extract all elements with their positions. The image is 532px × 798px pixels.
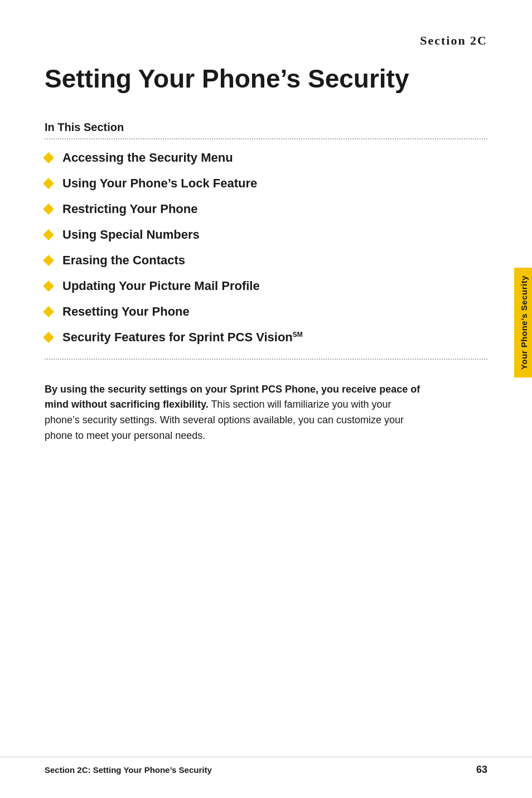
list-item-text-4: Using Special Numbers [62,228,200,242]
list-item: Erasing the Contacts [45,248,487,273]
list-item: Using Your Phone’s Lock Feature [45,171,487,196]
list-item-text-8: Security Features for Sprint PCS VisionS… [62,330,303,345]
footer-left-text: Section 2C: Setting Your Phone’s Securit… [45,765,212,775]
sidebar-tab: Your Phone’s Security [514,268,532,378]
diamond-icon-1 [43,152,54,163]
list-item: Security Features for Sprint PCS VisionS… [45,325,487,350]
intro-paragraph: By using the security settings on your S… [45,382,424,444]
diamond-icon-7 [43,306,54,317]
section-list: Accessing the Security Menu Using Your P… [45,139,487,356]
in-this-section-label: In This Section [45,121,487,134]
footer-page-number: 63 [476,764,487,776]
sidebar-tab-text: Your Phone’s Security [519,275,529,370]
in-this-section: In This Section Accessing the Security M… [45,121,487,360]
diamond-icon-5 [43,255,54,266]
diamond-icon-4 [43,229,54,240]
list-item-text-7: Resetting Your Phone [62,304,190,319]
section-label: Section 2C [45,33,487,48]
list-item: Restricting Your Phone [45,196,487,222]
bottom-divider [45,359,487,360]
list-item-text-5: Erasing the Contacts [62,253,185,268]
list-item-text-6: Updating Your Picture Mail Profile [62,279,260,293]
diamond-icon-6 [43,280,54,292]
diamond-icon-8 [43,332,54,343]
diamond-icon-2 [43,178,54,189]
list-item: Accessing the Security Menu [45,145,487,171]
page-container: Section 2C Setting Your Phone’s Security… [0,0,532,798]
list-item-text-2: Using Your Phone’s Lock Feature [62,176,257,191]
diamond-icon-3 [43,204,54,215]
list-item-text-1: Accessing the Security Menu [62,151,233,165]
footer-bar: Section 2C: Setting Your Phone’s Securit… [0,757,532,776]
page-title: Setting Your Phone’s Security [45,65,487,93]
list-item: Using Special Numbers [45,222,487,248]
sm-superscript: SM [293,330,303,338]
list-item: Updating Your Picture Mail Profile [45,273,487,299]
list-item: Resetting Your Phone [45,299,487,325]
list-item-text-3: Restricting Your Phone [62,202,197,216]
